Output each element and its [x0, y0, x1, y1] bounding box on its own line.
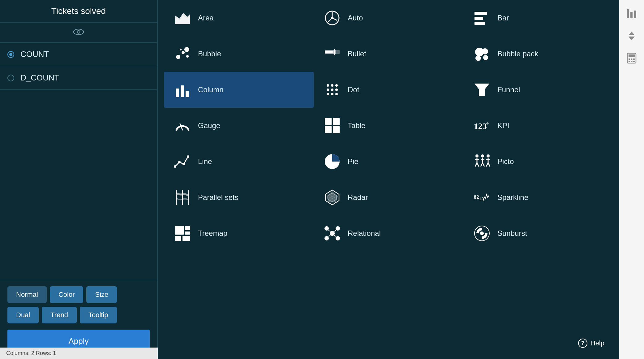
size-button[interactable]: Size [86, 286, 117, 303]
svg-point-75 [330, 231, 335, 236]
treemap-label: Treemap [198, 229, 227, 238]
left-panel: Tickets solved COUNT D_COUNT Normal Colo… [0, 0, 158, 359]
chart-type-table[interactable]: Table [314, 108, 463, 144]
chart-grid: AreaAutoBarBubbleBulletBubble packColumn… [164, 0, 613, 251]
chart-type-sunburst[interactable]: Sunburst [463, 215, 613, 251]
svg-point-27 [335, 84, 338, 87]
svg-point-10 [182, 51, 185, 54]
chart-type-pie[interactable]: Pie [314, 144, 463, 180]
svg-rect-24 [186, 91, 189, 97]
svg-point-9 [176, 55, 180, 59]
trend-button[interactable]: Trend [42, 307, 77, 323]
chart-type-picto[interactable]: Picto [463, 144, 613, 180]
line-label: Line [198, 157, 212, 166]
metric-count-row[interactable]: COUNT [0, 43, 157, 66]
sort-icon[interactable] [624, 28, 639, 43]
metric-dcount-row[interactable]: D_COUNT [0, 66, 157, 90]
right-panel [619, 0, 644, 359]
bullet-icon [323, 45, 341, 63]
color-button[interactable]: Color [50, 286, 84, 303]
chart-type-relational[interactable]: Relational [314, 215, 463, 251]
svg-rect-70 [175, 226, 184, 235]
chart-type-treemap[interactable]: Treemap [164, 215, 314, 251]
svg-point-78 [324, 236, 329, 240]
chart-type-bubble-pack[interactable]: Bubble pack [463, 36, 613, 72]
treemap-icon [173, 224, 192, 243]
chart-type-column[interactable]: Column [164, 72, 314, 108]
svg-rect-98 [631, 61, 633, 62]
chart-type-auto[interactable]: Auto [314, 0, 463, 36]
svg-rect-37 [325, 126, 332, 133]
svg-rect-38 [333, 126, 340, 133]
svg-point-21 [483, 55, 488, 60]
column-icon [173, 80, 192, 99]
table-label: Table [348, 121, 365, 130]
svg-point-26 [331, 84, 333, 87]
relational-label: Relational [348, 229, 381, 238]
sunburst-icon [473, 224, 491, 243]
svg-rect-88 [630, 12, 633, 18]
chart-type-funnel[interactable]: Funnel [463, 72, 613, 108]
svg-point-42 [178, 161, 181, 163]
eye-row [0, 23, 157, 43]
bubble-pack-label: Bubble pack [497, 50, 538, 58]
sunburst-label: Sunburst [497, 229, 527, 238]
svg-line-82 [328, 235, 330, 236]
chart-type-dot[interactable]: Dot [314, 72, 463, 108]
dual-button[interactable]: Dual [7, 307, 39, 323]
bar-label: Bar [497, 14, 509, 22]
svg-rect-71 [185, 226, 190, 230]
gauge-icon [173, 116, 192, 135]
funnel-label: Funnel [497, 85, 520, 94]
status-text: Columns: 2 Rows: 1 [6, 350, 56, 356]
svg-point-25 [327, 84, 329, 87]
svg-rect-35 [325, 118, 332, 125]
dot-label: Dot [348, 85, 359, 94]
svg-marker-90 [629, 32, 635, 35]
help-button[interactable]: ? Help [569, 334, 613, 353]
radar-label: Radar [348, 193, 368, 202]
svg-point-44 [187, 155, 189, 158]
chart-type-parallel-sets[interactable]: Parallel sets [164, 180, 314, 215]
chart-type-radar[interactable]: Radar [314, 180, 463, 215]
svg-rect-6 [474, 12, 487, 15]
svg-rect-36 [333, 118, 340, 125]
bar-chart-icon[interactable] [624, 6, 639, 21]
chart-type-kpi[interactable]: 123÷KPI [463, 108, 613, 144]
line-icon [173, 152, 192, 171]
svg-rect-87 [627, 9, 629, 18]
calculator-icon[interactable] [624, 51, 639, 66]
svg-marker-34 [474, 84, 489, 96]
svg-line-80 [328, 230, 330, 231]
svg-rect-97 [629, 61, 630, 62]
chart-type-line[interactable]: Line [164, 144, 314, 180]
tooltip-button[interactable]: Tooltip [80, 307, 117, 323]
svg-rect-17 [334, 49, 335, 55]
funnel-icon [473, 80, 491, 99]
svg-point-33 [335, 93, 338, 95]
chart-type-bubble[interactable]: Bubble [164, 36, 314, 72]
auto-label: Auto [348, 14, 363, 22]
svg-point-43 [182, 163, 185, 165]
chart-type-bar[interactable]: Bar [463, 0, 613, 36]
normal-button[interactable]: Normal [7, 286, 47, 303]
chart-type-gauge[interactable]: Gauge [164, 108, 314, 144]
svg-rect-94 [629, 58, 630, 60]
bubble-label: Bubble [198, 50, 221, 58]
svg-rect-8 [474, 22, 485, 25]
parallel-sets-label: Parallel sets [198, 193, 238, 202]
parallel-sets-icon [173, 188, 192, 207]
help-label: Help [590, 339, 604, 347]
svg-point-41 [174, 165, 176, 168]
area-label: Area [198, 14, 214, 22]
chart-type-sparkline[interactable]: 8212Sparkline [463, 180, 613, 215]
kpi-icon: 123÷ [473, 116, 491, 135]
svg-point-76 [324, 226, 329, 231]
chart-type-area[interactable]: Area [164, 0, 314, 36]
buttons-row-2: Dual Trend Tooltip [7, 307, 150, 323]
chart-type-bullet[interactable]: Bullet [314, 36, 463, 72]
svg-point-28 [327, 89, 329, 91]
svg-point-29 [331, 89, 333, 91]
area-icon [173, 9, 192, 27]
svg-text:÷: ÷ [486, 120, 489, 126]
